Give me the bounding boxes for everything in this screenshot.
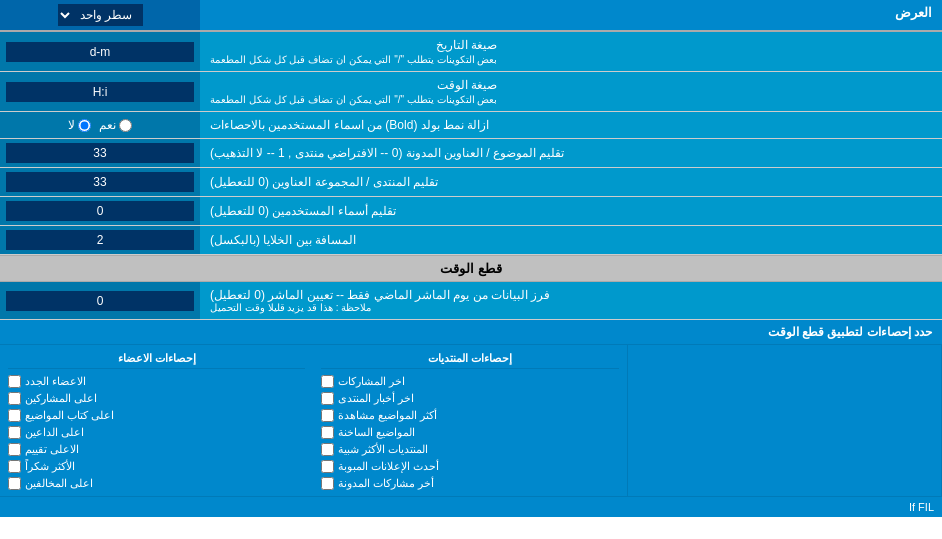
col2-item-1: اعلى المشاركين: [8, 390, 305, 407]
col1-item-5-checkbox[interactable]: [321, 460, 334, 473]
col1-item-4: المنتديات الأكثر شبية: [321, 441, 618, 458]
cutoff-days-row: فرز البيانات من يوم الماشر الماضي فقط --…: [0, 282, 942, 320]
col3-container: [628, 345, 942, 496]
col2-item-1-checkbox[interactable]: [8, 392, 21, 405]
cell-spacing-label: المسافة بين الخلايا (بالبكسل): [200, 226, 942, 254]
display-select[interactable]: سطر واحد: [58, 4, 143, 26]
apply-stats-label: حدد إحصاءات لتطبيق قطع الوقت: [0, 320, 942, 344]
bold-no-radio[interactable]: [78, 119, 91, 132]
col2-item-2-label: اعلى كتاب المواضيع: [25, 409, 114, 422]
col2-item-6-checkbox[interactable]: [8, 477, 21, 490]
col2-item-2: اعلى كتاب المواضيع: [8, 407, 305, 424]
col1-item-6: أخر مشاركات المدونة: [321, 475, 618, 492]
user-names-label: تقليم أسماء المستخدمين (0 للتعطيل): [200, 197, 942, 225]
col2-item-4-checkbox[interactable]: [8, 443, 21, 456]
user-names-row: تقليم أسماء المستخدمين (0 للتعطيل): [0, 197, 942, 226]
col2-item-1-label: اعلى المشاركين: [25, 392, 97, 405]
cell-spacing-input-container: [0, 226, 200, 254]
time-format-input-container: [0, 72, 200, 111]
cutoff-days-input[interactable]: [6, 291, 194, 311]
col1-item-0-label: اخر المشاركات: [338, 375, 405, 388]
user-names-input-container: [0, 197, 200, 225]
bold-no-label[interactable]: لا: [68, 118, 91, 132]
col2-item-3: اعلى الداعين: [8, 424, 305, 441]
col1-item-4-checkbox[interactable]: [321, 443, 334, 456]
forum-titles-label: تقليم المنتدى / المجموعة العناوين (0 للت…: [200, 168, 942, 196]
forum-titles-input[interactable]: [6, 172, 194, 192]
col2-item-4: الاعلى تقييم: [8, 441, 305, 458]
col2-item-5-checkbox[interactable]: [8, 460, 21, 473]
date-format-input[interactable]: [6, 42, 194, 62]
col2-item-5-label: الأكثر شكراً: [25, 460, 75, 473]
col2-item-4-label: الاعلى تقييم: [25, 443, 79, 456]
cell-spacing-row: المسافة بين الخلايا (بالبكسل): [0, 226, 942, 255]
bold-remove-row: ازالة نمط بولد (Bold) من اسماء المستخدمي…: [0, 112, 942, 139]
col1-item-3-label: المواضيع الساخنة: [338, 426, 415, 439]
col1-item-1-checkbox[interactable]: [321, 392, 334, 405]
cell-spacing-input[interactable]: [6, 230, 194, 250]
col2-item-0-label: الاعضاء الجدد: [25, 375, 86, 388]
col1-item-3: المواضيع الساخنة: [321, 424, 618, 441]
col2-item-0: الاعضاء الجدد: [8, 373, 305, 390]
col1-item-3-checkbox[interactable]: [321, 426, 334, 439]
col1-item-0-checkbox[interactable]: [321, 375, 334, 388]
col1-item-6-label: أخر مشاركات المدونة: [338, 477, 434, 490]
subject-titles-input-container: [0, 139, 200, 167]
col2-title: إحصاءات الاعضاء: [8, 349, 305, 369]
bold-remove-label: ازالة نمط بولد (Bold) من اسماء المستخدمي…: [200, 112, 942, 138]
display-input-container: سطر واحد: [0, 0, 200, 30]
bold-remove-input-container: نعم لا: [0, 112, 200, 138]
col2-item-6-label: اعلى المخالفين: [25, 477, 93, 490]
time-format-input[interactable]: [6, 82, 194, 102]
forum-titles-input-container: [0, 168, 200, 196]
col2-item-5: الأكثر شكراً: [8, 458, 305, 475]
forum-titles-row: تقليم المنتدى / المجموعة العناوين (0 للت…: [0, 168, 942, 197]
display-label: العرض: [200, 0, 942, 30]
bold-yes-radio[interactable]: [119, 119, 132, 132]
time-format-label: صيغة الوقت بعض التكوينات يتطلب "/" التي …: [200, 72, 942, 111]
col1-title: إحصاءات المنتديات: [321, 349, 618, 369]
col1-item-1-label: اخر أخبار المنتدى: [338, 392, 414, 405]
col1-item-5-label: أحدث الإعلانات المبوبة: [338, 460, 439, 473]
bottom-note: If FIL: [0, 496, 942, 517]
stats-section: حدد إحصاءات لتطبيق قطع الوقت إحصاءات الم…: [0, 320, 942, 517]
subject-titles-row: تقليم الموضوع / العناوين المدونة (0 -- ا…: [0, 139, 942, 168]
col2-item-3-checkbox[interactable]: [8, 426, 21, 439]
cutoff-days-label: فرز البيانات من يوم الماشر الماضي فقط --…: [200, 282, 942, 319]
date-format-row: صيغة التاريخ بعض التكوينات يتطلب "/" الت…: [0, 32, 942, 72]
date-format-input-container: [0, 32, 200, 71]
user-names-input[interactable]: [6, 201, 194, 221]
cutoff-section-header: قطع الوقت: [0, 255, 942, 282]
col1-item-2-checkbox[interactable]: [321, 409, 334, 422]
col2-item-6: اعلى المخالفين: [8, 475, 305, 492]
col2-item-3-label: اعلى الداعين: [25, 426, 84, 439]
col2-item-2-checkbox[interactable]: [8, 409, 21, 422]
main-container: العرض سطر واحد صيغة التاريخ بعض التكوينا…: [0, 0, 942, 517]
col1-item-1: اخر أخبار المنتدى: [321, 390, 618, 407]
apply-stats-row: حدد إحصاءات لتطبيق قطع الوقت: [0, 320, 942, 345]
time-format-row: صيغة الوقت بعض التكوينات يتطلب "/" التي …: [0, 72, 942, 112]
col1-item-6-checkbox[interactable]: [321, 477, 334, 490]
subject-titles-input[interactable]: [6, 143, 194, 163]
col1-container: إحصاءات المنتديات اخر المشاركات اخر أخبا…: [313, 345, 627, 496]
cutoff-days-input-container: [0, 282, 200, 319]
col1-item-4-label: المنتديات الأكثر شبية: [338, 443, 428, 456]
col2-container: إحصاءات الاعضاء الاعضاء الجدد اعلى المشا…: [0, 345, 313, 496]
subject-titles-label: تقليم الموضوع / العناوين المدونة (0 -- ا…: [200, 139, 942, 167]
col2-item-0-checkbox[interactable]: [8, 375, 21, 388]
col1-item-2-label: أكثر المواضيع مشاهدة: [338, 409, 437, 422]
display-row: العرض سطر واحد: [0, 0, 942, 32]
col1-item-5: أحدث الإعلانات المبوبة: [321, 458, 618, 475]
bold-yes-label[interactable]: نعم: [99, 118, 132, 132]
col1-item-2: أكثر المواضيع مشاهدة: [321, 407, 618, 424]
date-format-label: صيغة التاريخ بعض التكوينات يتطلب "/" الت…: [200, 32, 942, 71]
col1-item-0: اخر المشاركات: [321, 373, 618, 390]
checkbox-grid: إحصاءات المنتديات اخر المشاركات اخر أخبا…: [0, 345, 942, 496]
